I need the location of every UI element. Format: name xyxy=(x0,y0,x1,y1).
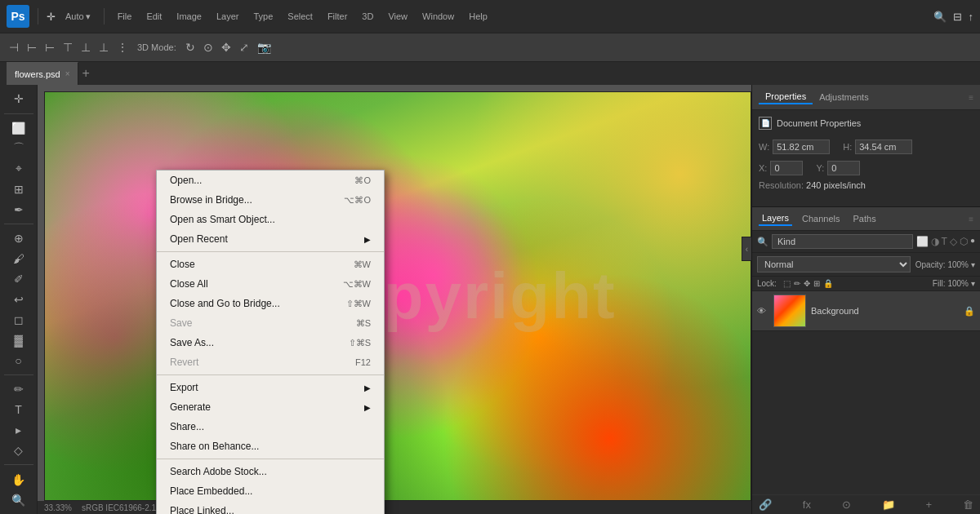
menu-view[interactable]: View xyxy=(383,10,412,23)
menu-type[interactable]: Type xyxy=(248,10,278,23)
delete-layer-button[interactable]: 🗑 xyxy=(963,498,973,511)
y-input[interactable] xyxy=(827,161,860,175)
type-filter-icon[interactable]: T xyxy=(942,236,947,247)
dodge-icon[interactable]: ○ xyxy=(5,351,33,370)
menu-item-export[interactable]: Export▶ xyxy=(157,378,384,397)
menu-item-generate[interactable]: Generate▶ xyxy=(157,397,384,417)
menu-item-search-adobe-stock-[interactable]: Search Adobe Stock... xyxy=(157,462,384,481)
menu-help[interactable]: Help xyxy=(464,10,492,23)
smart-filter-icon[interactable]: ⬡ xyxy=(960,236,968,247)
new-layer-button[interactable]: + xyxy=(926,498,933,511)
blend-mode-select[interactable]: Normal xyxy=(757,256,911,273)
shape-tool-icon[interactable]: ◇ xyxy=(5,441,33,460)
layer-item-background[interactable]: 👁 Background 🔒 xyxy=(752,291,980,331)
history-brush-icon[interactable]: ↩ xyxy=(5,290,33,309)
search-icon[interactable]: 🔍 xyxy=(933,11,947,23)
clone-stamp-icon[interactable]: ✐ xyxy=(5,270,33,289)
pixel-filter-icon[interactable]: ⬜ xyxy=(916,236,929,247)
menu-item-save-as-[interactable]: Save As...⇧⌘S xyxy=(157,333,384,352)
menu-item-close[interactable]: Close⌘W xyxy=(157,255,384,274)
menu-item-close-and-go-to-bridge-[interactable]: Close and Go to Bridge...⇧⌘W xyxy=(157,294,384,313)
menu-filter[interactable]: Filter xyxy=(323,10,352,23)
menu-item-browse-in-bridge-[interactable]: Browse in Bridge...⌥⌘O xyxy=(157,190,384,210)
tab-flowers[interactable]: flowers.psd × xyxy=(7,62,78,85)
height-input[interactable] xyxy=(855,140,912,154)
tab-paths[interactable]: Paths xyxy=(850,212,880,225)
menu-item-place-embedded-[interactable]: Place Embedded... xyxy=(157,481,384,501)
menu-layer[interactable]: Layer xyxy=(212,10,244,23)
menu-item-open-[interactable]: Open...⌘O xyxy=(157,171,384,190)
eraser-icon[interactable]: ◻ xyxy=(5,310,33,329)
menu-item-open-recent[interactable]: Open Recent▶ xyxy=(157,229,384,249)
menu-image[interactable]: Image xyxy=(172,10,207,23)
lock-transparent-icon[interactable]: ⬚ xyxy=(783,279,791,288)
hand-tool-icon[interactable]: ✋ xyxy=(5,470,33,489)
arrange-icon[interactable]: ⊟ xyxy=(953,11,962,23)
link-layers-button[interactable]: 🔗 xyxy=(759,498,772,511)
eyedropper-icon[interactable]: ✒ xyxy=(5,200,33,219)
filter-toggle[interactable]: ● xyxy=(970,236,975,247)
layers-collapse-button[interactable]: ≡ xyxy=(969,215,973,224)
move-tool-icon[interactable]: ✛ xyxy=(5,90,33,109)
panel-collapse-arrow[interactable]: ‹ xyxy=(742,237,751,261)
share-icon[interactable]: ↑ xyxy=(969,11,974,23)
path-select-icon[interactable]: ▸ xyxy=(5,421,33,440)
quick-select-icon[interactable]: ⌖ xyxy=(5,159,33,178)
new-tab-button[interactable]: + xyxy=(82,66,89,81)
tab-layers[interactable]: Layers xyxy=(759,211,792,226)
layers-kind-filter[interactable] xyxy=(772,234,913,249)
menu-window[interactable]: Window xyxy=(417,10,459,23)
zoom-3d-icon[interactable]: ⤢ xyxy=(237,41,252,54)
align-left-icon[interactable]: ⊣ xyxy=(7,41,21,54)
menu-3d[interactable]: 3D xyxy=(357,10,378,23)
menu-file[interactable]: File xyxy=(113,10,137,23)
menu-item-share-on-behance-[interactable]: Share on Behance... xyxy=(157,436,384,456)
align-bottom-icon[interactable]: ⊥ xyxy=(96,41,111,54)
camera-icon[interactable]: 📷 xyxy=(255,41,274,54)
layer-visibility-icon[interactable]: 👁 xyxy=(757,306,768,316)
tab-properties[interactable]: Properties xyxy=(759,90,813,104)
lock-position-icon[interactable]: ✥ xyxy=(804,279,810,288)
fx-button[interactable]: fx xyxy=(803,498,811,511)
pen-tool-icon[interactable]: ✏ xyxy=(5,380,33,399)
rotate-icon[interactable]: ↻ xyxy=(183,41,198,54)
align-center-v-icon[interactable]: ⊥ xyxy=(78,41,93,54)
new-group-button[interactable]: 📁 xyxy=(882,498,895,511)
text-tool-icon[interactable]: T xyxy=(5,401,33,419)
crop-tool-icon[interactable]: ⊞ xyxy=(5,179,33,198)
brush-icon[interactable]: 🖌 xyxy=(5,250,33,268)
lock-artboard-icon[interactable]: ⊞ xyxy=(813,279,820,288)
canvas-image[interactable]: copyright xyxy=(44,91,751,501)
shape-filter-icon[interactable]: ◇ xyxy=(950,236,957,247)
fill-value[interactable]: 100% xyxy=(947,279,969,288)
menu-item-place-linked-[interactable]: Place Linked... xyxy=(157,501,384,514)
menu-edit[interactable]: Edit xyxy=(141,10,167,23)
orbit-icon[interactable]: ⊙ xyxy=(201,41,216,54)
menu-select[interactable]: Select xyxy=(283,10,318,23)
gradient-icon[interactable]: ▓ xyxy=(5,330,33,349)
menu-item-open-as-smart-object-[interactable]: Open as Smart Object... xyxy=(157,210,384,229)
menu-item-close-all[interactable]: Close All⌥⌘W xyxy=(157,274,384,294)
adj-filter-icon[interactable]: ◑ xyxy=(931,236,939,247)
lock-pixels-icon[interactable]: ✏ xyxy=(794,279,800,288)
tab-channels[interactable]: Channels xyxy=(799,212,843,225)
lasso-tool-icon[interactable]: ⌒ xyxy=(5,140,33,158)
lock-all-icon[interactable]: 🔒 xyxy=(823,279,833,288)
align-center-h-icon[interactable]: ⊢ xyxy=(24,41,39,54)
zoom-tool-icon[interactable]: 🔍 xyxy=(5,490,33,509)
align-top-icon[interactable]: ⊤ xyxy=(60,41,75,54)
add-mask-button[interactable]: ⊙ xyxy=(842,498,851,511)
tab-close-button[interactable]: × xyxy=(65,69,70,78)
x-input[interactable] xyxy=(770,161,803,175)
distribute-icon[interactable]: ⋮ xyxy=(114,41,131,54)
auto-button[interactable]: Auto ▾ xyxy=(60,10,96,24)
align-right-icon[interactable]: ⊢ xyxy=(42,41,57,54)
spot-heal-icon[interactable]: ⊕ xyxy=(5,229,33,248)
tab-adjustments[interactable]: Adjustments xyxy=(813,91,875,104)
width-input[interactable] xyxy=(773,140,830,154)
properties-collapse-button[interactable]: ≡ xyxy=(969,93,973,102)
opacity-value[interactable]: 100% xyxy=(947,260,969,269)
marquee-tool-icon[interactable]: ⬜ xyxy=(5,119,33,138)
pan-icon[interactable]: ✥ xyxy=(219,41,234,54)
menu-item-share-[interactable]: Share... xyxy=(157,417,384,436)
